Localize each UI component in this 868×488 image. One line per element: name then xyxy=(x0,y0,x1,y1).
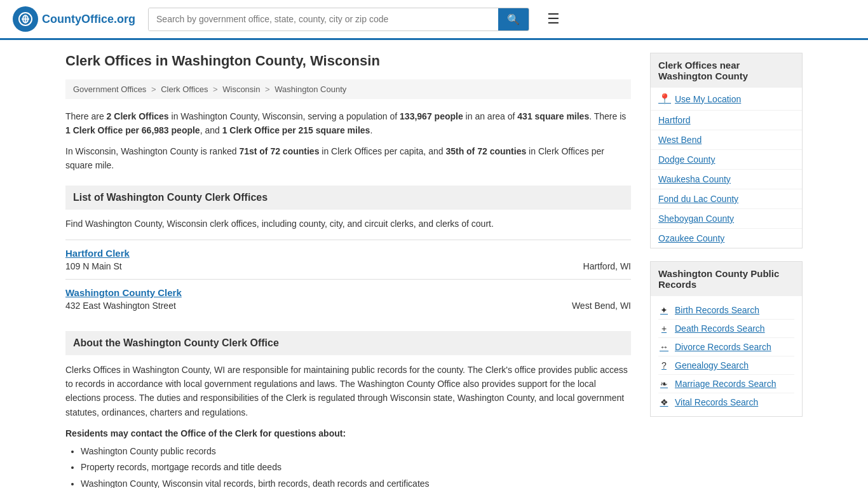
nearby-link[interactable]: West Bend xyxy=(651,130,802,150)
breadcrumb-item-washington-county[interactable]: Washington County xyxy=(275,85,346,94)
nearby-link[interactable]: Fond du Lac County xyxy=(651,189,802,209)
intro-paragraph-2: In Wisconsin, Washington County is ranke… xyxy=(65,144,631,173)
offices-list: Hartford Clerk 109 N Main St Hartford, W… xyxy=(65,240,631,318)
use-location-label: Use My Location xyxy=(675,94,741,104)
office-city-state: West Bend, WI xyxy=(572,301,631,311)
nearby-link[interactable]: Dodge County xyxy=(651,150,802,170)
office-city-state: Hartford, WI xyxy=(583,261,631,271)
location-icon: 📍 xyxy=(658,93,671,105)
list-item: Washington County public records xyxy=(81,444,631,459)
search-icon: 🔍 xyxy=(507,14,520,25)
record-icon: ✦ xyxy=(658,305,670,315)
search-button[interactable]: 🔍 xyxy=(498,8,529,30)
public-records-link[interactable]: ↔Divorce Records Search xyxy=(658,338,794,356)
logo-icon xyxy=(13,6,38,32)
public-records-link[interactable]: ✦Birth Records Search xyxy=(658,301,794,320)
list-item: Property records, mortgage records and t… xyxy=(81,459,631,475)
office-entry: Hartford Clerk 109 N Main St Hartford, W… xyxy=(65,240,631,279)
search-container: 🔍 xyxy=(148,8,529,31)
breadcrumb-item-government-offices[interactable]: Government Offices xyxy=(73,85,146,94)
intro-paragraph-1: There are 2 Clerk Offices in Washington … xyxy=(65,109,631,138)
public-records-heading: Washington County Public Records xyxy=(651,262,802,296)
office-entry: Washington County Clerk 432 East Washing… xyxy=(65,279,631,318)
about-paragraph: Clerks Offices in Washington County, WI … xyxy=(65,363,631,420)
public-records-link[interactable]: +Death Records Search xyxy=(658,320,794,338)
public-records-box: Washington County Public Records ✦Birth … xyxy=(650,261,803,417)
breadcrumb-item-clerk-offices[interactable]: Clerk Offices xyxy=(161,85,208,94)
record-link-label: Genealogy Search xyxy=(675,360,749,370)
nearby-link[interactable]: Sheboygan County xyxy=(651,209,802,229)
office-name-link[interactable]: Washington County Clerk xyxy=(65,287,182,298)
record-link-label: Marriage Records Search xyxy=(675,379,776,389)
hamburger-icon: ☰ xyxy=(547,11,560,27)
list-item: Washington County, Wisconsin vital recor… xyxy=(81,476,631,489)
residents-list: Washington County public recordsProperty… xyxy=(65,444,631,488)
page-title: Clerk Offices in Washington County, Wisc… xyxy=(65,53,631,69)
record-link-label: Vital Records Search xyxy=(675,397,758,407)
search-input[interactable] xyxy=(149,8,498,30)
public-records-link[interactable]: ?Genealogy Search xyxy=(658,356,794,375)
public-records-link[interactable]: ❖Vital Records Search xyxy=(658,393,794,411)
breadcrumb-item-wisconsin[interactable]: Wisconsin xyxy=(222,85,260,94)
record-icon: + xyxy=(658,323,670,334)
office-name-link[interactable]: Hartford Clerk xyxy=(65,248,130,259)
public-records-links: ✦Birth Records Search+Death Records Sear… xyxy=(651,296,802,416)
record-icon: ❖ xyxy=(658,397,670,407)
nearby-link[interactable]: Waukesha County xyxy=(651,170,802,189)
use-location-link[interactable]: 📍 Use My Location xyxy=(651,88,802,111)
sidebar: Clerk Offices near Washington County 📍 U… xyxy=(650,53,803,488)
logo-text: CountyOffice.org xyxy=(42,13,135,26)
record-icon: ? xyxy=(658,360,670,370)
office-address: 109 N Main St xyxy=(65,261,122,271)
record-icon: ❧ xyxy=(658,379,670,389)
main-content: Clerk Offices in Washington County, Wisc… xyxy=(65,53,631,488)
nearby-link[interactable]: Hartford xyxy=(651,111,802,130)
list-section-heading: List of Washington County Clerk Offices xyxy=(65,186,631,210)
nearby-section-heading: Clerk Offices near Washington County xyxy=(651,53,802,88)
office-address: 432 East Washington Street xyxy=(65,301,176,311)
public-records-link[interactable]: ❧Marriage Records Search xyxy=(658,375,794,393)
residents-heading: Residents may contact the Office of the … xyxy=(65,428,631,438)
logo[interactable]: CountyOffice.org xyxy=(13,6,135,32)
record-link-label: Death Records Search xyxy=(675,323,765,334)
nearby-box: Clerk Offices near Washington County 📍 U… xyxy=(650,53,803,248)
menu-button[interactable]: ☰ xyxy=(542,8,565,30)
about-section-heading: About the Washington County Clerk Office xyxy=(65,331,631,355)
list-section-desc: Find Washington County, Wisconsin clerk … xyxy=(65,217,631,231)
record-link-label: Birth Records Search xyxy=(675,305,759,315)
record-link-label: Divorce Records Search xyxy=(675,342,771,352)
breadcrumb: Government Offices > Clerk Offices > Wis… xyxy=(65,79,631,99)
record-icon: ↔ xyxy=(658,342,670,352)
nearby-link[interactable]: Ozaukee County xyxy=(651,229,802,248)
nearby-links-container: HartfordWest BendDodge CountyWaukesha Co… xyxy=(651,111,802,248)
